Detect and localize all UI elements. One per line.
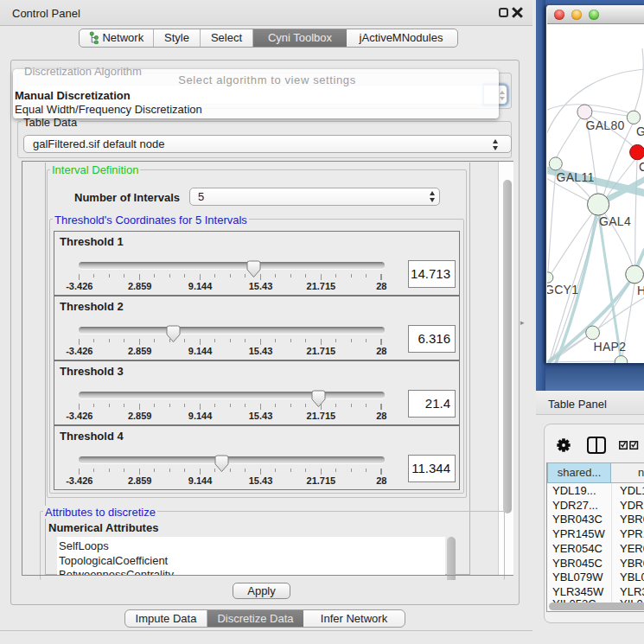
svg-text:GCY1: GCY1 — [547, 283, 578, 296]
svg-text:H: H — [637, 284, 644, 297]
svg-text:C: C — [639, 160, 644, 174]
svg-text:HAP2: HAP2 — [593, 340, 626, 354]
svg-text:GAL80: GAL80 — [585, 118, 624, 132]
svg-text:GA: GA — [636, 124, 644, 138]
svg-text:GAL11: GAL11 — [556, 170, 594, 184]
svg-text:GAL4: GAL4 — [599, 214, 631, 228]
